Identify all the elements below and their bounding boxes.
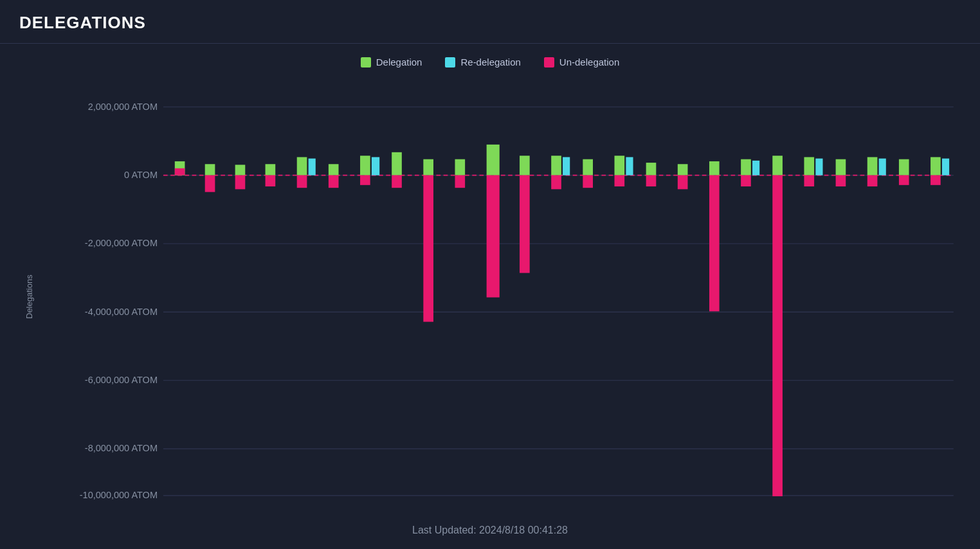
svg-rect-26 [297, 176, 307, 188]
svg-rect-25 [309, 159, 316, 176]
svg-rect-72 [942, 159, 949, 176]
svg-rect-45 [583, 159, 593, 176]
svg-rect-47 [615, 156, 625, 175]
svg-rect-40 [520, 156, 530, 175]
svg-rect-24 [297, 157, 307, 175]
svg-rect-64 [836, 159, 846, 176]
svg-rect-23 [266, 176, 276, 186]
legend-delegation-color [361, 57, 371, 68]
svg-rect-70 [899, 176, 909, 185]
legend-redelegation: Re-delegation [445, 57, 520, 68]
svg-rect-51 [646, 176, 657, 186]
svg-rect-62 [815, 159, 822, 176]
chart-area: Delegations 2,000,000 ATOM [19, 80, 961, 513]
header: DELEGATIONS [0, 0, 980, 44]
svg-rect-42 [551, 156, 561, 175]
svg-rect-43 [563, 157, 570, 175]
legend-undelegation-label: Un-delegation [559, 57, 619, 68]
chart-legend: Delegation Re-delegation Un-delegation [19, 57, 961, 68]
svg-rect-48 [626, 157, 633, 175]
svg-rect-49 [615, 176, 625, 186]
chart-inner: 2,000,000 ATOM 0 ATOM -2,000,000 ATOM -4… [41, 80, 961, 513]
svg-rect-65 [836, 176, 846, 186]
svg-rect-34 [423, 159, 433, 176]
svg-text:2,000,000 ATOM: 2,000,000 ATOM [88, 102, 158, 112]
svg-rect-19 [205, 176, 215, 192]
svg-rect-68 [867, 176, 878, 186]
svg-rect-20 [235, 165, 246, 175]
svg-rect-32 [392, 152, 402, 176]
svg-rect-46 [583, 176, 593, 188]
svg-rect-21 [235, 176, 246, 190]
chart-section: Delegation Re-delegation Un-delegation D… [0, 44, 980, 549]
svg-rect-67 [879, 159, 886, 176]
svg-rect-52 [678, 164, 688, 175]
y-axis-label: Delegations [19, 80, 39, 513]
svg-text:0 ATOM: 0 ATOM [124, 170, 158, 180]
last-updated: Last Updated: 2024/8/18 00:41:28 [19, 513, 961, 543]
legend-redelegation-color [445, 57, 455, 68]
page-container: DELEGATIONS Delegation Re-delegation Un-… [0, 0, 980, 549]
legend-delegation-label: Delegation [376, 57, 422, 68]
svg-rect-29 [360, 156, 370, 175]
chart-with-yaxis: 2,000,000 ATOM 0 ATOM -2,000,000 ATOM -4… [41, 80, 961, 513]
svg-rect-73 [930, 176, 941, 185]
svg-rect-37 [455, 176, 466, 188]
svg-rect-54 [709, 161, 720, 176]
svg-rect-36 [455, 159, 466, 176]
svg-rect-55 [709, 176, 720, 312]
svg-rect-22 [266, 164, 276, 175]
svg-text:-2,000,000 ATOM: -2,000,000 ATOM [85, 239, 158, 249]
svg-rect-50 [646, 163, 657, 176]
svg-rect-44 [551, 176, 561, 190]
svg-rect-31 [360, 176, 370, 185]
legend-delegation: Delegation [361, 57, 422, 68]
svg-rect-33 [392, 176, 402, 188]
svg-rect-58 [741, 176, 751, 186]
svg-rect-28 [329, 176, 339, 188]
svg-rect-38 [487, 145, 500, 176]
svg-text:-10,000,000 ATOM: -10,000,000 ATOM [80, 490, 158, 500]
svg-rect-17 [175, 168, 185, 176]
svg-rect-27 [329, 164, 339, 175]
svg-text:-6,000,000 ATOM: -6,000,000 ATOM [85, 375, 158, 385]
svg-rect-30 [372, 157, 379, 175]
svg-rect-71 [930, 157, 941, 175]
svg-rect-60 [772, 176, 783, 496]
svg-rect-39 [487, 176, 500, 298]
svg-rect-66 [867, 157, 878, 175]
svg-rect-18 [205, 164, 215, 175]
svg-rect-57 [752, 161, 759, 176]
svg-text:-4,000,000 ATOM: -4,000,000 ATOM [85, 307, 158, 317]
svg-rect-56 [741, 159, 751, 176]
page-title: DELEGATIONS [19, 13, 961, 33]
svg-rect-63 [804, 176, 814, 186]
svg-rect-41 [520, 176, 530, 273]
legend-undelegation: Un-delegation [544, 57, 619, 68]
legend-redelegation-label: Re-delegation [460, 57, 520, 68]
svg-rect-61 [804, 157, 814, 175]
svg-rect-53 [678, 176, 688, 190]
chart-svg: 2,000,000 ATOM 0 ATOM -2,000,000 ATOM -4… [41, 80, 961, 513]
svg-text:-8,000,000 ATOM: -8,000,000 ATOM [85, 444, 158, 454]
svg-rect-69 [899, 159, 909, 176]
legend-undelegation-color [544, 57, 554, 68]
svg-rect-59 [772, 156, 783, 175]
svg-rect-35 [423, 176, 433, 322]
